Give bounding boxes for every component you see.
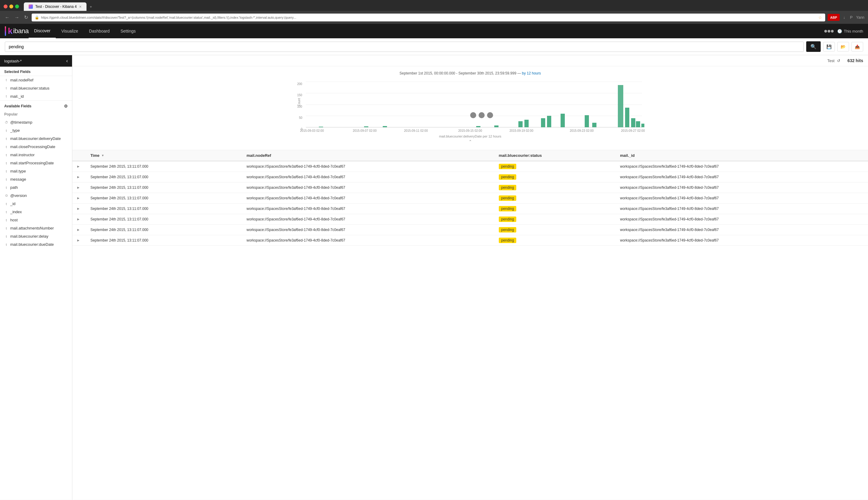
- loading-dot-3: [487, 112, 493, 118]
- time-picker[interactable]: 🕐 This month: [837, 29, 863, 33]
- available-field-item[interactable]: tmessage: [0, 175, 72, 183]
- available-field-item[interactable]: t_type: [0, 126, 72, 135]
- share-search-btn[interactable]: 📤: [852, 42, 863, 52]
- reset-saved-search-icon[interactable]: ↺: [837, 58, 840, 63]
- mailid-cell: workspace://SpacesStore/fe3af6ed-1749-4c…: [616, 235, 868, 246]
- bar-14: [631, 118, 635, 127]
- noderef-cell: workspace://SpacesStore/fe3af6ed-1749-4c…: [242, 161, 495, 172]
- th-noderef[interactable]: mail.nodeRef: [242, 150, 495, 161]
- mailid-cell: workspace://SpacesStore/fe3af6ed-1749-4c…: [616, 172, 868, 182]
- mailid-cell: workspace://SpacesStore/fe3af6ed-1749-4c…: [616, 161, 868, 172]
- dot-1: [824, 30, 827, 33]
- search-input[interactable]: [5, 42, 804, 52]
- load-search-btn[interactable]: 📂: [837, 42, 849, 52]
- field-name: _id: [10, 202, 15, 206]
- browser-tab[interactable]: Test - Discover - Kibana 4 ×: [24, 2, 86, 11]
- expand-row-btn[interactable]: ►: [77, 196, 80, 200]
- time-cell: September 24th 2015, 13:11:07.000: [86, 193, 242, 204]
- status-badge: pending: [499, 185, 517, 190]
- field-type-icon: t: [4, 137, 9, 141]
- available-field-item[interactable]: tmail.startProcessingDate: [0, 159, 72, 167]
- new-tab-btn[interactable]: +: [86, 2, 95, 11]
- expand-row-btn[interactable]: ►: [77, 185, 80, 190]
- tab-close-btn[interactable]: ×: [79, 4, 81, 9]
- by-interval-link[interactable]: by 12 hours: [522, 71, 541, 76]
- minimize-window-btn[interactable]: [9, 4, 13, 9]
- available-field-item[interactable]: tmail.closeProcessingDate: [0, 143, 72, 151]
- svg-text:2015-09-27 02:00: 2015-09-27 02:00: [621, 129, 645, 133]
- available-field-item[interactable]: tmail.bluecourier:dueDate: [0, 240, 72, 249]
- available-field-item[interactable]: thost: [0, 216, 72, 224]
- available-field-item[interactable]: tmail.bluecourier:deliveryDate: [0, 135, 72, 143]
- bookmark-icon[interactable]: ☆: [818, 15, 822, 20]
- gear-icon[interactable]: ⚙: [64, 104, 68, 109]
- expand-row-btn[interactable]: ►: [77, 217, 80, 221]
- chart-collapse-btn[interactable]: ⌃: [77, 138, 863, 145]
- field-name: mail.nodeRef: [10, 78, 33, 82]
- bar-tall: [618, 85, 623, 127]
- th-mailid[interactable]: mail._id: [616, 150, 868, 161]
- abp-btn[interactable]: ABP: [828, 14, 840, 21]
- extension-btn-2[interactable]: P: [849, 14, 854, 21]
- user-menu[interactable]: Yann: [856, 14, 864, 21]
- chart-x-axis-label: mail.bluecourier:deliveryDate per 12 hou…: [77, 135, 863, 138]
- bar-8: [541, 118, 545, 127]
- status-badge: pending: [499, 174, 517, 180]
- noderef-cell: workspace://SpacesStore/fe3af6ed-1749-4c…: [242, 225, 495, 235]
- field-type-icon: t: [4, 94, 9, 99]
- nav-settings[interactable]: Settings: [115, 24, 141, 38]
- selected-field-item[interactable]: tmail._id: [0, 92, 72, 100]
- back-btn[interactable]: ←: [4, 14, 11, 21]
- th-time[interactable]: Time ▼: [86, 150, 242, 161]
- available-field-item[interactable]: ⊙@version: [0, 192, 72, 200]
- search-button[interactable]: 🔍: [806, 41, 821, 52]
- selected-field-item[interactable]: tmail.nodeRef: [0, 76, 72, 84]
- status-badge: pending: [499, 238, 517, 243]
- extension-btn-1[interactable]: ↓: [842, 14, 847, 21]
- logo-k: k: [8, 26, 13, 36]
- expand-row-btn[interactable]: ►: [77, 228, 80, 232]
- search-bar: 🔍 💾 📂 📤: [0, 38, 868, 55]
- field-type-icon: t: [4, 234, 9, 239]
- nav-discover[interactable]: Discover: [28, 24, 56, 38]
- available-field-item[interactable]: t_index: [0, 208, 72, 216]
- bar-7: [524, 120, 529, 127]
- expand-row-btn[interactable]: ►: [77, 238, 80, 242]
- sidebar-collapse-btn[interactable]: ‹: [66, 58, 68, 64]
- bar-10: [560, 114, 565, 127]
- svg-text:150: 150: [297, 93, 302, 97]
- noderef-cell: workspace://SpacesStore/fe3af6ed-1749-4c…: [242, 193, 495, 204]
- nav-dashboard[interactable]: Dashboard: [83, 24, 115, 38]
- field-name: mail.closeProcessingDate: [10, 145, 56, 149]
- available-field-item[interactable]: tmail.type: [0, 167, 72, 175]
- th-status[interactable]: mail.bluecourier:status: [495, 150, 616, 161]
- field-type-icon: t: [4, 242, 9, 247]
- expand-row-btn[interactable]: ►: [77, 175, 80, 179]
- bar-5: [494, 125, 498, 127]
- nav-visualize[interactable]: Visualize: [56, 24, 83, 38]
- expand-row-btn[interactable]: ►: [77, 164, 80, 169]
- expand-cell: ►: [72, 172, 86, 182]
- status-cell: pending: [495, 182, 616, 193]
- save-search-btn[interactable]: 💾: [823, 42, 835, 52]
- available-field-item[interactable]: tmail.instructor: [0, 151, 72, 159]
- maximize-window-btn[interactable]: [15, 4, 19, 9]
- available-field-item[interactable]: ⏱@timestamp: [0, 118, 72, 126]
- expand-row-btn[interactable]: ►: [77, 207, 80, 211]
- address-bar[interactable]: 🔒 https://gpmh.cloud.bluedolmen.com/stat…: [32, 14, 825, 21]
- hits-count-container: 632 hits: [847, 58, 863, 63]
- available-field-item[interactable]: t_id: [0, 200, 72, 208]
- available-field-item[interactable]: tpath: [0, 183, 72, 192]
- sort-icon: ▼: [101, 154, 104, 157]
- status-cell: pending: [495, 235, 616, 246]
- table-row: ► September 24th 2015, 13:11:07.000 work…: [72, 204, 868, 214]
- available-field-item[interactable]: tmail.bluecourier:delay: [0, 232, 72, 240]
- field-name: _type: [10, 128, 20, 133]
- dot-3: [831, 30, 834, 33]
- selected-field-item[interactable]: tmail.bluecourier:status: [0, 84, 72, 92]
- close-window-btn[interactable]: [4, 4, 8, 9]
- refresh-btn[interactable]: ↻: [23, 13, 29, 21]
- available-field-item[interactable]: tmail.attachmentsNumber: [0, 224, 72, 232]
- forward-btn[interactable]: →: [13, 14, 21, 21]
- status-cell: pending: [495, 204, 616, 214]
